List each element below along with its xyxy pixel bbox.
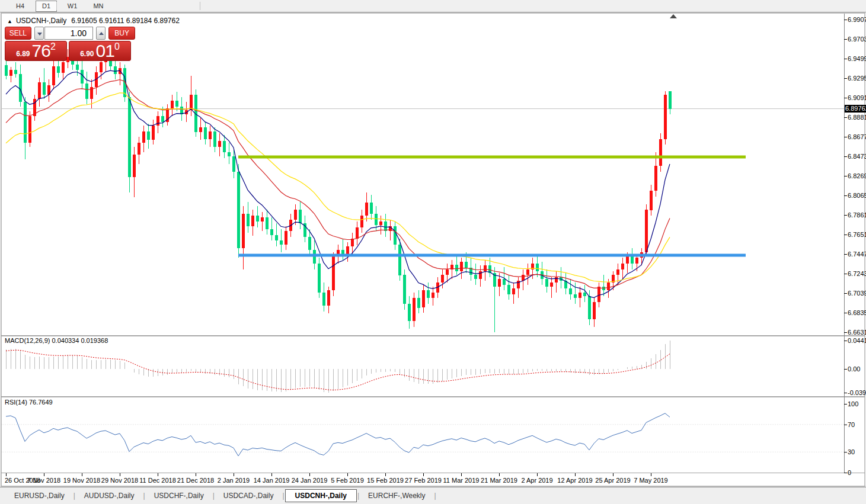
date-axis-label: 2 Jan 2019 <box>218 477 250 484</box>
price-axis-label: 6.99070 <box>848 16 866 23</box>
macd-axis-label: 0.044143 <box>848 337 866 344</box>
date-axis-label: 7 Nov 2018 <box>27 477 60 484</box>
current-price-tag: 6.89762 <box>845 105 866 113</box>
date-axis-label: 24 Jan 2019 <box>292 477 328 484</box>
price-axis-label: 6.88810 <box>848 114 866 121</box>
rsi-axis-label: 70 <box>848 421 855 428</box>
volume-increase-button[interactable] <box>96 27 106 40</box>
bottom-tab-usdcad-daily[interactable]: USDCAD-,Daily <box>215 490 282 502</box>
macd-indicator-label: MACD(12,26,9) 0.040334 0.019368 <box>5 337 108 344</box>
price-axis-label: 6.84730 <box>848 153 866 160</box>
price-axis-label: 6.92950 <box>848 75 866 82</box>
price-axis-label: 6.66310 <box>848 329 866 336</box>
rsi-axis-label: 30 <box>848 448 855 455</box>
mt4-chart-window: { "timeframe_bar": { "items": [ {"label"… <box>0 0 866 504</box>
date-axis-label: 14 Jan 2019 <box>254 477 290 484</box>
date-axis-label: 11 Dec 2018 <box>139 477 176 484</box>
ohlc-values: 6.91605 6.91611 6.89184 6.89762 <box>71 17 180 25</box>
bottom-tab-usdchf-daily[interactable]: USDCHF-,Daily <box>146 490 212 502</box>
price-axis-label: 6.97030 <box>848 36 866 43</box>
date-axis-label: 21 Mar 2019 <box>481 477 517 484</box>
date-axis-label: 7 May 2019 <box>634 477 667 484</box>
tab-separator: | <box>143 492 145 500</box>
bottom-tab-eurusd-daily[interactable]: EURUSD-,Daily <box>6 490 73 502</box>
date-axis-label: 25 Apr 2019 <box>595 477 630 484</box>
one-click-trading-panel: SELL BUY 6.89762 6.90010 <box>5 27 135 61</box>
date-axis-label: 15 Feb 2019 <box>367 477 404 484</box>
tab-separator: | <box>74 492 75 500</box>
buy-price-prefix: 6.90 <box>80 50 94 58</box>
date-axis-label: 29 Nov 2018 <box>101 477 138 484</box>
tab-separator: | <box>282 492 284 500</box>
date-axis-label: 27 Feb 2019 <box>405 477 442 484</box>
buy-price-sup: 0 <box>114 42 120 52</box>
buy-button[interactable]: BUY <box>108 27 135 40</box>
chart-tab-bar: EURUSD-,Daily|AUDUSD-,Daily|USDCHF-,Dail… <box>0 487 866 504</box>
sell-price-prefix: 6.89 <box>16 50 30 58</box>
chevron-up-icon <box>99 32 104 35</box>
rsi-indicator-label: RSI(14) 76.7649 <box>5 399 53 406</box>
price-axis-label: 6.70390 <box>848 290 866 297</box>
price-axis-label: 6.80650 <box>848 192 866 199</box>
volume-decrease-button[interactable] <box>34 27 44 40</box>
date-axis-label: 21 Dec 2018 <box>177 477 214 484</box>
macd-axis-label: -0.03964 <box>848 389 866 396</box>
chart-canvas[interactable] <box>0 0 866 487</box>
volume-input[interactable] <box>44 27 93 40</box>
buy-price-button[interactable]: 6.90010 <box>69 41 131 61</box>
date-axis-label: 11 Mar 2019 <box>443 477 480 484</box>
price-axis-label: 6.72430 <box>848 270 866 277</box>
price-axis-label: 6.94990 <box>848 55 866 62</box>
chart-title: ▲USDCNH-,Daily6.91605 6.91611 6.89184 6.… <box>7 17 180 25</box>
price-axis-label: 6.74470 <box>848 251 866 258</box>
bottom-tab-usdcnh-daily[interactable]: USDCNH-,Daily <box>285 489 357 502</box>
macd-axis-label: 0.00 <box>848 365 860 373</box>
bottom-tab-audusd-daily[interactable]: AUDUSD-,Daily <box>76 490 143 502</box>
price-axis-label: 6.76510 <box>848 231 866 238</box>
sell-price-big: 76 <box>32 41 50 60</box>
symbol-period-label: USDCNH-,Daily <box>16 17 66 25</box>
tab-separator: | <box>213 492 215 500</box>
bottom-tab-eurchf-weekly[interactable]: EURCHF-,Weekly <box>360 490 433 502</box>
sell-price-button[interactable]: 6.89762 <box>5 41 67 61</box>
date-axis-label: 19 Nov 2018 <box>63 477 100 484</box>
price-axis-label: 6.82690 <box>848 172 866 179</box>
tab-separator: | <box>357 492 359 500</box>
price-axis-label: 6.90910 <box>848 94 866 101</box>
date-axis-label: 5 Feb 2019 <box>331 477 364 484</box>
chevron-down-icon <box>37 33 42 36</box>
price-axis-label: 6.86770 <box>848 133 866 140</box>
sell-price-sup: 2 <box>50 42 56 52</box>
price-axis-label: 6.78610 <box>848 211 866 219</box>
rsi-axis-label: 100 <box>848 400 858 407</box>
sell-button[interactable]: SELL <box>5 27 31 40</box>
date-axis-label: 12 Apr 2019 <box>557 477 592 484</box>
price-axis-label: 6.68350 <box>848 309 866 316</box>
buy-price-big: 01 <box>96 41 114 60</box>
date-axis-label: 2 Apr 2019 <box>521 477 552 484</box>
rsi-axis-label: 0 <box>848 469 851 476</box>
collapse-panel-icon[interactable]: ▲ <box>7 18 12 24</box>
tab-separator: | <box>434 492 436 500</box>
